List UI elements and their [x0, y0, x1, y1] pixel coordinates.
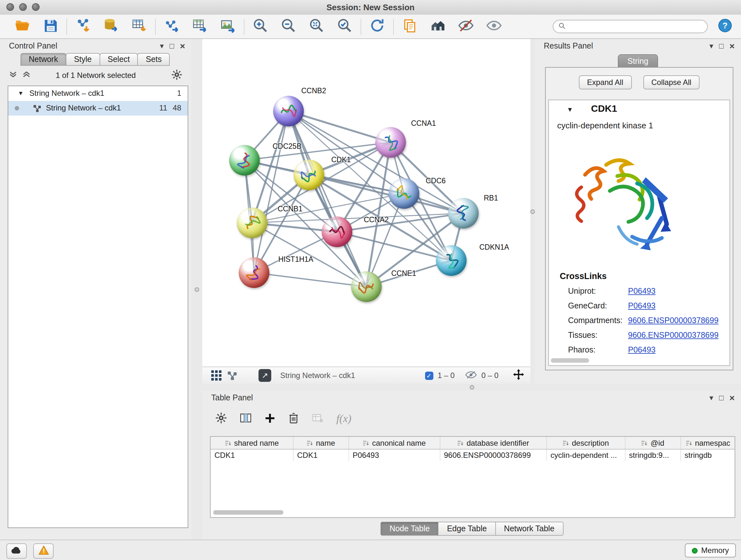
- cell-name[interactable]: CDK1: [293, 449, 348, 461]
- show-all-button[interactable]: [484, 17, 503, 36]
- splitter-handle[interactable]: [530, 209, 535, 213]
- copy-style-button[interactable]: [400, 17, 419, 36]
- crosslink-link-tissues[interactable]: 9606.ENSP00000378699: [628, 331, 719, 340]
- import-table-from-database-button[interactable]: [102, 17, 121, 36]
- column-header-shared-name[interactable]: shared name: [211, 437, 293, 449]
- collapse-all-button[interactable]: Collapse All: [643, 75, 699, 89]
- panel-close-icon[interactable]: ×: [180, 41, 185, 51]
- crosslink-link-compartments[interactable]: 9606.ENSP00000378699: [628, 316, 719, 325]
- zoom-fit-button[interactable]: [307, 17, 326, 36]
- panel-float-icon[interactable]: □: [719, 41, 724, 51]
- zoom-out-button[interactable]: [279, 17, 298, 36]
- node-label-CDKN1A: CDKN1A: [479, 243, 509, 251]
- selected-checkbox-icon[interactable]: ✓: [425, 371, 433, 380]
- table-options-gear-icon[interactable]: [215, 412, 227, 426]
- column-header-database-identifier[interactable]: database identifier: [440, 437, 546, 449]
- network-node-CDK1[interactable]: [293, 160, 324, 190]
- export-network-button[interactable]: [162, 17, 181, 36]
- column-header-name[interactable]: name: [293, 437, 348, 449]
- network-node-HIST1H1A[interactable]: [239, 257, 269, 288]
- network-node-CDKN1A[interactable]: [436, 245, 467, 276]
- crosslink-link-uniprot[interactable]: P06493: [628, 287, 656, 296]
- tab-string[interactable]: String: [618, 54, 658, 68]
- import-network-button[interactable]: [73, 17, 92, 36]
- tab-network-table[interactable]: Network Table: [495, 522, 563, 536]
- export-table-button[interactable]: [190, 17, 209, 36]
- crosslink-link-pharos[interactable]: P06493: [628, 346, 656, 354]
- tab-sets[interactable]: Sets: [138, 53, 170, 66]
- search-input[interactable]: [569, 21, 702, 32]
- panel-menu-icon[interactable]: ▾: [710, 393, 713, 403]
- vertical-splitter-right[interactable]: [530, 39, 535, 384]
- tree-expanded-icon[interactable]: ▼: [18, 86, 23, 101]
- tab-node-table[interactable]: Node Table: [381, 522, 439, 536]
- network-collection-row[interactable]: ▼ String Network – cdk1 1: [8, 86, 188, 101]
- open-in-new-window-button[interactable]: ↗: [259, 369, 271, 382]
- panel-close-icon[interactable]: ×: [730, 393, 735, 403]
- cell-database-identifier[interactable]: 9606.ENSP00000378699: [440, 449, 546, 461]
- network-node-CCNE1[interactable]: [351, 271, 382, 302]
- zoom-selected-button[interactable]: [335, 17, 354, 36]
- cell-id[interactable]: stringdb:9...: [625, 449, 680, 461]
- network-canvas[interactable]: CCNB2CCNA1CDC25BCDK1CDC6RB1CCNB1CCNA2CDK…: [202, 39, 530, 367]
- tab-edge-table[interactable]: Edge Table: [438, 522, 496, 536]
- tab-network[interactable]: Network: [20, 53, 66, 66]
- network-options-gear-icon[interactable]: [171, 69, 183, 82]
- cloud-status-button[interactable]: [6, 543, 27, 559]
- export-image-button[interactable]: [218, 17, 238, 36]
- column-header-description[interactable]: description: [546, 437, 625, 449]
- panel-close-icon[interactable]: ×: [730, 41, 735, 51]
- fit-crosshair-icon[interactable]: [513, 369, 524, 382]
- vertical-splitter-left[interactable]: [192, 39, 202, 540]
- network-row-selected[interactable]: String Network – cdk1 11 48: [8, 101, 188, 116]
- cell-shared-name[interactable]: CDK1: [211, 449, 293, 461]
- network-share-view-icon[interactable]: [224, 368, 239, 383]
- cell-namespace[interactable]: stringdb: [680, 449, 735, 461]
- memory-button[interactable]: Memory: [684, 543, 736, 557]
- network-node-RB1[interactable]: [448, 198, 479, 229]
- panel-float-icon[interactable]: □: [719, 393, 724, 403]
- cell-description[interactable]: cyclin-dependent ...: [546, 449, 625, 461]
- import-table-button[interactable]: [130, 17, 149, 36]
- warnings-button[interactable]: [33, 543, 54, 559]
- zoom-in-button[interactable]: [251, 17, 270, 36]
- table-row[interactable]: CDK1 CDK1 P06493 9606.ENSP00000378699 cy…: [211, 449, 735, 461]
- expand-all-button[interactable]: Expand All: [579, 75, 631, 89]
- apply-layout-button[interactable]: [367, 17, 387, 36]
- open-session-button[interactable]: [13, 17, 32, 36]
- column-header-namespace[interactable]: namespac: [680, 437, 735, 449]
- grid-view-icon[interactable]: [209, 368, 224, 383]
- tab-style[interactable]: Style: [66, 53, 100, 66]
- column-header-canonical-name[interactable]: canonical name: [348, 437, 440, 449]
- node-label-HIST1H1A: HIST1H1A: [278, 255, 313, 263]
- network-node-CCNB2[interactable]: [273, 96, 304, 126]
- panel-menu-icon[interactable]: ▾: [710, 41, 713, 51]
- hide-selected-button[interactable]: [456, 17, 475, 36]
- panel-float-icon[interactable]: □: [170, 41, 174, 51]
- section-collapse-icon[interactable]: ▼: [567, 106, 573, 113]
- network-node-CDC6[interactable]: [389, 178, 419, 209]
- function-builder-icon[interactable]: f(x): [336, 413, 351, 425]
- panel-menu-icon[interactable]: ▾: [160, 41, 164, 51]
- splitter-handle[interactable]: [469, 385, 474, 389]
- horizontal-splitter[interactable]: [202, 384, 741, 391]
- home-button[interactable]: [428, 17, 448, 36]
- column-header-id[interactable]: @id: [625, 437, 680, 449]
- tab-select[interactable]: Select: [99, 53, 138, 66]
- toolbar-search[interactable]: [553, 20, 708, 33]
- splitter-handle[interactable]: [195, 287, 199, 292]
- hidden-eye-slash-icon[interactable]: [466, 370, 477, 381]
- show-columns-icon[interactable]: [239, 412, 252, 426]
- save-session-button[interactable]: [41, 17, 60, 36]
- network-node-CCNA2[interactable]: [322, 216, 352, 247]
- network-node-CDC25B[interactable]: [229, 145, 260, 176]
- horizontal-scrollbar-thumb[interactable]: [551, 358, 589, 363]
- cell-canonical-name[interactable]: P06493: [348, 449, 440, 461]
- network-node-CCNB1[interactable]: [237, 207, 267, 238]
- help-button[interactable]: ?: [716, 17, 735, 36]
- horizontal-scrollbar-thumb[interactable]: [213, 510, 283, 515]
- network-node-CCNA1[interactable]: [375, 127, 406, 158]
- delete-column-trash-icon[interactable]: [288, 412, 299, 426]
- create-column-plus-icon[interactable]: [264, 412, 276, 426]
- crosslink-link-genecard[interactable]: P06493: [628, 301, 656, 310]
